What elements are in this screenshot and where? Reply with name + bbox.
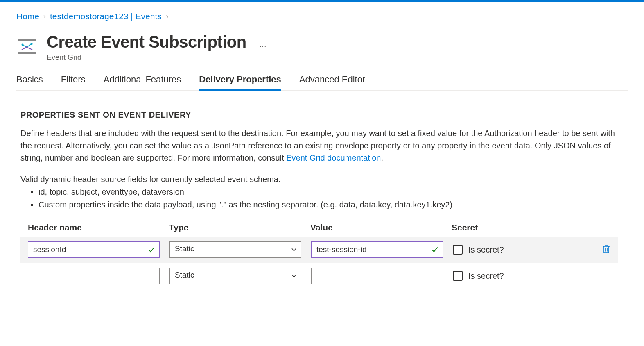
tab-basics[interactable]: Basics <box>16 74 43 90</box>
breadcrumb-resource[interactable]: testdemostorage123 | Events <box>50 11 162 21</box>
tab-additional-features[interactable]: Additional Features <box>104 74 181 90</box>
valid-fields-list: id, topic, subject, eventtype, dataversi… <box>38 186 618 211</box>
is-secret-label: Is secret? <box>468 271 504 281</box>
section-title: PROPERTIES SENT ON EVENT DELIVERY <box>20 110 618 120</box>
is-secret-label: Is secret? <box>468 245 504 255</box>
is-secret-checkbox[interactable] <box>453 245 463 255</box>
breadcrumb: Home › testdemostorage123 | Events › <box>16 11 628 21</box>
delete-icon[interactable] <box>602 244 611 256</box>
chevron-right-icon: › <box>166 12 168 21</box>
page-subtitle: Event Grid <box>47 53 266 62</box>
doc-link[interactable]: Event Grid documentation <box>286 153 381 162</box>
type-select[interactable]: Static <box>169 268 301 284</box>
event-grid-icon <box>16 35 38 57</box>
tab-delivery-properties[interactable]: Delivery Properties <box>199 74 281 91</box>
is-secret-checkbox[interactable] <box>453 271 463 281</box>
more-actions-icon[interactable]: ··· <box>260 41 267 50</box>
header-name-input[interactable] <box>28 241 160 258</box>
tab-filters[interactable]: Filters <box>61 74 86 90</box>
tab-advanced-editor[interactable]: Advanced Editor <box>299 74 365 90</box>
column-header-value: Value <box>310 223 452 232</box>
column-header-type: Type <box>169 223 310 232</box>
value-input[interactable] <box>311 241 443 258</box>
section-description: Define headers that are included with th… <box>20 127 618 164</box>
tab-bar: Basics Filters Additional Features Deliv… <box>16 74 628 91</box>
table-row: Static Is secret? <box>20 237 618 263</box>
breadcrumb-home[interactable]: Home <box>16 11 39 21</box>
svg-rect-1 <box>18 52 36 54</box>
svg-rect-0 <box>18 39 36 41</box>
table-row: Static Is secret? <box>20 263 618 289</box>
column-header-secret: Secret <box>452 223 611 232</box>
list-item: Custom properties inside the data payloa… <box>38 198 618 211</box>
checkmark-icon <box>431 246 439 255</box>
valid-fields-label: Valid dynamic header source fields for c… <box>20 175 618 184</box>
chevron-right-icon: › <box>43 12 46 21</box>
value-input[interactable] <box>311 268 443 284</box>
page-title: Create Event Subscription <box>47 33 246 51</box>
type-select[interactable]: Static <box>169 241 301 258</box>
checkmark-icon <box>147 246 156 255</box>
header-name-input[interactable] <box>28 268 160 284</box>
column-header-name: Header name <box>28 223 169 232</box>
list-item: id, topic, subject, eventtype, dataversi… <box>38 186 618 198</box>
